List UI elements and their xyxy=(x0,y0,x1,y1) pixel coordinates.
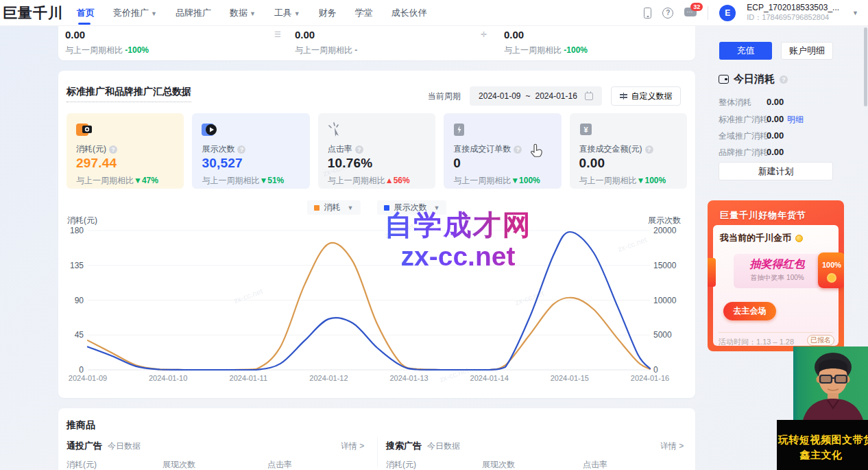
nav-item-tools[interactable]: 工具▼ xyxy=(274,0,300,26)
products-card: 推商品 通投广告今日数据 详情 > 搜索广告今日数据 详情 > 消耗(元) 展现… xyxy=(58,408,695,470)
x-axis-tick: 2024-01-14 xyxy=(461,374,518,382)
coin-line: 我当前的千川金币 xyxy=(720,232,803,244)
scrollbar-thumb[interactable] xyxy=(864,27,867,106)
chevron-down-icon: ▼ xyxy=(250,10,256,17)
column-header: 点击率 xyxy=(583,459,607,470)
main-menu: 首页 竞价推广▼ 品牌推广 数据▼ 工具▼ 财务 学堂 成长伙伴 xyxy=(77,0,427,26)
legend-cost-dropdown[interactable]: 消耗 ▼ xyxy=(307,200,361,215)
chart-legend: 消耗 ▼ 展示次数 ▼ xyxy=(58,200,695,215)
x-axis-tick: 2024-01-11 xyxy=(219,374,277,382)
divider xyxy=(708,6,708,20)
nav-item-data[interactable]: 数据▼ xyxy=(230,0,256,26)
new-plan-button[interactable]: 新建计划 xyxy=(719,162,833,180)
today-row: 标准推广消耗0.00 明细 xyxy=(719,114,832,126)
presenter-illustration xyxy=(793,346,868,420)
nav-item-brand[interactable]: 品牌推广 xyxy=(176,0,211,26)
y-axis-tick-right: 10000 xyxy=(653,296,676,305)
today-consumption-header: 今日消耗 ? xyxy=(719,73,788,86)
y-axis-tick-right: 5000 xyxy=(653,330,672,340)
prize-rate: 首抽中奖率 100% xyxy=(734,273,821,283)
chart-line-right xyxy=(88,232,650,370)
y-axis-tick-right: 15000 xyxy=(653,261,676,270)
x-axis-tick: 2024-01-15 xyxy=(541,374,599,382)
notification-badge: 32 xyxy=(690,3,703,11)
account-detail-button[interactable]: 账户明细 xyxy=(781,42,833,60)
today-row: 整体消耗0.00 xyxy=(719,97,832,108)
message-icon[interactable]: 32 xyxy=(684,8,697,18)
column-header: 点击率 xyxy=(267,459,292,470)
wallet-icon xyxy=(719,75,729,84)
account-id: ID：1784695796852804 xyxy=(747,13,839,22)
plus-icon: ✛ xyxy=(481,30,487,39)
chart-area: 18020000135150009010000455000002024-01-0… xyxy=(58,71,695,398)
products-title: 推商品 xyxy=(67,419,95,432)
nav-item-finance[interactable]: 财务 xyxy=(319,0,337,26)
x-axis-tick: 2024-01-10 xyxy=(139,374,197,382)
detail-link[interactable]: 明细 xyxy=(787,114,804,126)
search-ads-detail-link[interactable]: 详情 > xyxy=(660,440,684,452)
question-icon[interactable]: ? xyxy=(780,75,788,84)
overview-stat-compare: 与上一周期相比 - xyxy=(295,45,357,56)
x-axis-tick: 2024-01-12 xyxy=(300,374,357,382)
coin-icon xyxy=(795,235,803,242)
app-logo: 巨量千川 xyxy=(3,3,63,23)
recharge-button[interactable]: 充值 xyxy=(719,42,772,60)
prize-box: 抽奖得红包 首抽中奖率 100% xyxy=(734,254,821,288)
chevron-down-icon: ▼ xyxy=(434,204,440,211)
y-axis-tick-left: 135 xyxy=(62,261,84,270)
y-axis-tick-right: 20000 xyxy=(653,226,676,235)
chevron-down-icon[interactable]: ▼ xyxy=(852,10,858,16)
red-envelope-icon xyxy=(708,258,716,287)
summary-card: 标准推广和品牌推广汇总数据 当前周期 2024-01-09~2024-01-16… xyxy=(58,71,695,398)
mobile-app-icon[interactable] xyxy=(644,8,651,19)
nav-item-home[interactable]: 首页 xyxy=(77,0,95,26)
overview-card-partial: 0.00 与上一周期相比 -100% ☰ 0.00 与上一周期相比 - ✛ 0.… xyxy=(58,26,695,60)
overview-stat-value: 0.00 xyxy=(295,29,315,40)
overview-stat-value: 0.00 xyxy=(65,29,85,40)
top-nav: 巨量千川 首页 竞价推广▼ 品牌推广 数据▼ 工具▼ 财务 学堂 成长伙伴 ? … xyxy=(0,0,868,26)
account-name: ECP_1702018533503_... xyxy=(747,3,839,13)
video-caption-bar: 玩转短视频图文带货 鑫主文化 xyxy=(777,420,868,470)
red-envelope-icon: 100% xyxy=(818,252,844,288)
promo-banner[interactable]: 巨量千川好物年货节 我当前的千川金币 抽奖得红包 首抽中奖率 100% 100%… xyxy=(708,200,844,351)
legend-impressions-dropdown[interactable]: 展示次数 ▼ xyxy=(377,200,447,215)
feed-ads-detail-link[interactable]: 详情 > xyxy=(341,440,364,452)
overview-stat-compare: 与上一周期相比 -100% xyxy=(65,45,149,56)
promo-inner-card: 我当前的千川金币 抽奖得红包 首抽中奖率 100% 100% 去主会场 活动时间… xyxy=(713,225,839,346)
today-row: 全域推广消耗0.00 xyxy=(719,130,832,142)
nav-item-bidding[interactable]: 竞价推广▼ xyxy=(113,0,157,26)
chart-line-left xyxy=(88,243,650,370)
list-icon: ☰ xyxy=(274,30,281,39)
today-row: 品牌推广消耗0.00 xyxy=(719,147,832,158)
search-ads-header: 搜索广告今日数据 xyxy=(386,440,460,452)
column-header: 展现次数 xyxy=(162,459,195,470)
promo-time: 活动时间：1.13 – 1.28 xyxy=(719,337,794,347)
go-main-venue-button[interactable]: 去主会场 xyxy=(723,302,776,320)
chevron-down-icon: ▼ xyxy=(348,204,354,211)
enrolled-badge: 已报名 xyxy=(807,335,834,346)
video-caption-line1: 玩转短视频图文带货 xyxy=(778,434,868,447)
line-chart xyxy=(58,71,695,398)
x-axis-tick: 2024-01-09 xyxy=(59,374,117,382)
column-header: 展现次数 xyxy=(482,459,515,470)
x-axis-tick: 2024-01-16 xyxy=(621,374,679,382)
avatar[interactable]: E xyxy=(719,5,736,21)
prize-text: 抽奖得红包 xyxy=(734,257,821,272)
video-caption-line2: 鑫主文化 xyxy=(777,449,865,462)
feed-ads-header: 通投广告今日数据 xyxy=(67,440,141,452)
y-axis-tick-left: 90 xyxy=(62,296,84,305)
overview-stat-value: 0.00 xyxy=(504,29,524,40)
chevron-down-icon: ▼ xyxy=(294,10,300,17)
legend-swatch-orange xyxy=(314,205,320,211)
column-header: 消耗(元) xyxy=(386,459,416,470)
y-axis-tick-left: 180 xyxy=(62,226,84,235)
nav-item-academy[interactable]: 学堂 xyxy=(355,0,373,26)
nav-item-partner[interactable]: 成长伙伴 xyxy=(391,0,427,26)
nav-right: ? 32 E ECP_1702018533503_... ID：17846957… xyxy=(644,3,858,21)
divider xyxy=(719,332,833,333)
column-header: 消耗(元) xyxy=(67,459,97,470)
y-axis-tick-right: 0 xyxy=(653,365,658,375)
help-icon[interactable]: ? xyxy=(662,8,673,19)
account-info[interactable]: ECP_1702018533503_... ID：178469579685280… xyxy=(747,3,839,21)
y-axis-tick-left: 0 xyxy=(62,365,84,375)
